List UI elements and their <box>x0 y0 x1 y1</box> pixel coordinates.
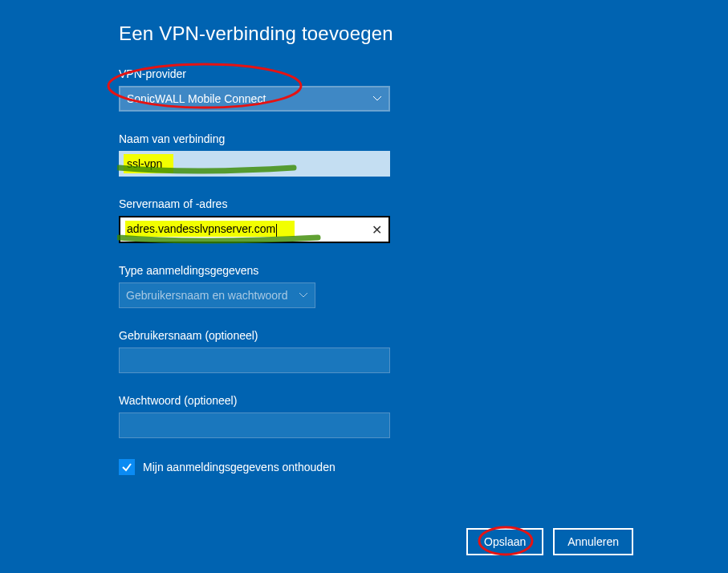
signin-type-value: Gebruikersnaam en wachtwoord <box>126 289 288 302</box>
cancel-button[interactable]: Annuleren <box>553 528 633 555</box>
signin-type-label: Type aanmeldingsgegevens <box>119 264 728 277</box>
vpn-provider-value: SonicWALL Mobile Connect <box>127 92 266 105</box>
field-server-address: Servernaam of -adres adres.vandesslvpnse… <box>119 197 728 243</box>
clear-icon[interactable]: ✕ <box>370 222 384 238</box>
connection-name-input[interactable]: ssl-vpn <box>119 151 390 177</box>
server-address-input[interactable]: adres.vandesslvpnserver.com ✕ <box>119 216 390 243</box>
vpn-provider-label: VPN-provider <box>119 67 728 80</box>
field-password: Wachtwoord (optioneel) <box>119 394 728 438</box>
signin-type-dropdown: Gebruikersnaam en wachtwoord <box>119 282 315 308</box>
username-input[interactable] <box>119 347 390 373</box>
text-caret <box>276 224 277 237</box>
field-connection-name: Naam van verbinding ssl-vpn <box>119 132 728 177</box>
page-title: Een VPN-verbinding toevoegen <box>119 22 728 45</box>
connection-name-value: ssl-vpn <box>124 154 173 173</box>
chevron-down-icon <box>372 96 382 102</box>
password-input[interactable] <box>119 412 390 438</box>
remember-label: Mijn aanmeldingsgegevens onthouden <box>143 461 336 473</box>
server-address-label: Servernaam of -adres <box>119 197 728 210</box>
chevron-down-icon <box>299 292 308 299</box>
field-username: Gebruikersnaam (optioneel) <box>119 329 728 373</box>
save-button[interactable]: Opslaan <box>466 528 543 555</box>
remember-row: Mijn aanmeldingsgegevens onthouden <box>119 459 728 475</box>
field-signin-type: Type aanmeldingsgegevens Gebruikersnaam … <box>119 264 728 308</box>
connection-name-label: Naam van verbinding <box>119 132 728 145</box>
password-label: Wachtwoord (optioneel) <box>119 394 728 407</box>
field-vpn-provider: VPN-provider SonicWALL Mobile Connect <box>119 67 728 112</box>
username-label: Gebruikersnaam (optioneel) <box>119 329 728 342</box>
server-address-value: adres.vandesslvpnserver.com <box>125 221 295 237</box>
remember-checkbox[interactable] <box>119 459 135 475</box>
button-row: Opslaan Annuleren <box>466 528 633 555</box>
vpn-provider-dropdown[interactable]: SonicWALL Mobile Connect <box>119 86 390 112</box>
